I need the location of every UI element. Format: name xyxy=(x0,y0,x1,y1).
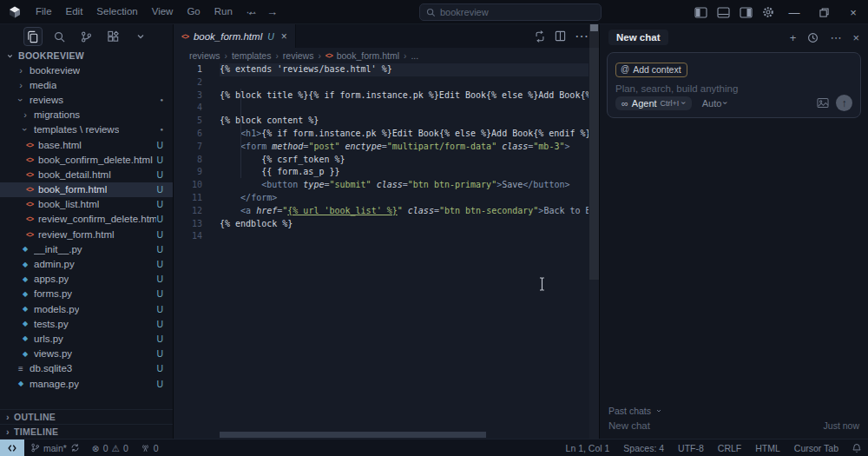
more-actions-icon[interactable]: ⋯ xyxy=(575,28,589,44)
code-line[interactable]: 9 {{ form.as_p }} xyxy=(174,166,599,179)
chat-more-icon[interactable]: ⋯ xyxy=(830,31,841,44)
code-line[interactable]: 2 xyxy=(174,76,599,89)
code-line[interactable]: 5{% block content %} xyxy=(174,115,599,128)
past-chat-item[interactable]: New chatJust now xyxy=(608,418,859,433)
file-tree-item-views-py[interactable]: views.pyU xyxy=(0,347,173,361)
breadcrumb-item[interactable]: book_form.html xyxy=(337,50,399,61)
file-tree-item-db-sqlite3[interactable]: db.sqlite3U xyxy=(0,361,173,376)
window-restore-button[interactable] xyxy=(809,0,838,24)
ports-status[interactable]: 0 xyxy=(135,439,165,456)
split-editor-icon[interactable] xyxy=(555,30,566,42)
file-tree-item-book-confirm-delete-html[interactable]: book_confirm_delete.htmlU xyxy=(0,152,173,167)
file-tree-item-reviews[interactable]: ›reviews● xyxy=(0,92,173,107)
toggle-primary-sidebar-icon[interactable] xyxy=(689,0,712,24)
file-tree-item-bookreview[interactable]: ›bookreview xyxy=(0,63,173,77)
attach-image-icon[interactable] xyxy=(817,97,829,109)
command-center-search[interactable]: bookreview xyxy=(419,3,602,21)
explorer-section-header[interactable]: BOOKREVIEW xyxy=(0,49,173,63)
menu-item-selection[interactable]: Selection xyxy=(89,6,144,18)
tab-book-form-html[interactable]: book_form.html U × xyxy=(174,24,296,48)
status-spaces-4[interactable]: Spaces: 4 xyxy=(616,443,671,453)
notifications-bell[interactable] xyxy=(845,439,868,456)
compare-changes-icon[interactable] xyxy=(534,30,546,43)
scrollbar-thumb[interactable] xyxy=(589,24,599,280)
code-line[interactable]: 4 xyxy=(174,102,599,115)
nav-back-button[interactable]: ← xyxy=(247,5,258,18)
search-sidebar-icon[interactable] xyxy=(50,27,69,46)
menu-item-view[interactable]: View xyxy=(145,6,181,18)
file-tree-item-book-detail-html[interactable]: book_detail.htmlU xyxy=(0,167,173,182)
code-line[interactable]: 13{% endblock %} xyxy=(174,218,599,231)
views-chevron-down-icon[interactable] xyxy=(131,27,150,46)
window-minimize-button[interactable]: — xyxy=(779,0,809,24)
add-context-chip[interactable]: @ Add context xyxy=(615,63,687,77)
window-close-button[interactable]: × xyxy=(838,0,868,24)
code-line[interactable]: 7 <form method="post" enctype="multipart… xyxy=(174,141,599,154)
new-chat-plus-icon[interactable]: + xyxy=(790,31,797,44)
tab-close-icon[interactable]: × xyxy=(281,30,287,43)
file-tree-item-review-confirm-delete-html[interactable]: review_confirm_delete.htmlU xyxy=(0,212,173,227)
file-tree-item-manage-py[interactable]: manage.pyU xyxy=(0,376,173,391)
breadcrumb-item[interactable]: reviews xyxy=(189,50,220,61)
chat-input-placeholder[interactable]: Plan, search, build anything xyxy=(615,83,852,94)
problems-status[interactable]: ⊗ 0 ⚠ 0 xyxy=(86,439,135,456)
breadcrumb-item[interactable]: reviews xyxy=(283,50,314,61)
breadcrumb[interactable]: reviews›templates›reviews›book_form.html… xyxy=(174,48,599,63)
model-selector[interactable]: Auto › xyxy=(702,98,727,109)
vertical-scrollbar[interactable] xyxy=(589,24,599,439)
extensions-icon[interactable] xyxy=(104,27,123,46)
file-tree-item-base-html[interactable]: base.htmlU xyxy=(0,137,173,152)
past-chats-header[interactable]: Past chats xyxy=(608,403,859,418)
git-branch-status[interactable]: main* xyxy=(24,439,86,456)
file-tree-item-urls-py[interactable]: urls.pyU xyxy=(0,331,173,346)
settings-gear-icon[interactable] xyxy=(757,0,779,24)
status-crlf[interactable]: CRLF xyxy=(711,443,748,453)
timeline-section[interactable]: › TIMELINE xyxy=(0,424,173,439)
menu-item-edit[interactable]: Edit xyxy=(59,6,90,18)
menu-item-go[interactable]: Go xyxy=(180,6,207,18)
breadcrumb-item[interactable]: templates xyxy=(232,50,272,61)
code-line[interactable]: 12 <a href="{% url 'book_list' %}" class… xyxy=(174,205,599,218)
agent-mode-selector[interactable]: ∞ Agent Ctrl+I › xyxy=(615,96,692,110)
menu-item-file[interactable]: File xyxy=(29,6,59,18)
file-tree-item-media[interactable]: ›media xyxy=(0,77,173,92)
outline-section[interactable]: › OUTLINE xyxy=(0,409,173,424)
file-tree-item-forms-py[interactable]: forms.pyU xyxy=(0,287,173,301)
chat-history-icon[interactable] xyxy=(807,32,819,43)
file-tree-item-apps-py[interactable]: apps.pyU xyxy=(0,272,173,287)
code-editor[interactable]: 1{% extends 'reviews/base.html' %}23{% b… xyxy=(174,63,599,439)
file-tree-item-migrations[interactable]: ›migrations xyxy=(0,108,173,122)
code-line[interactable]: 6 <h1>{% if form.instance.pk %}Edit Book… xyxy=(174,128,599,141)
explorer-files-icon[interactable] xyxy=(23,27,43,46)
toggle-panel-icon[interactable] xyxy=(712,0,734,24)
file-tree-item-models-py[interactable]: models.pyU xyxy=(0,301,173,316)
code-line[interactable]: 11 </form> xyxy=(174,192,599,205)
file-tree-item-templates-reviews[interactable]: ›templates \ reviews● xyxy=(0,122,173,137)
status-ln-1-col-1[interactable]: Ln 1, Col 1 xyxy=(559,443,617,453)
file-tree-item-admin-py[interactable]: admin.pyU xyxy=(0,256,173,271)
file-tree-item-book-form-html[interactable]: book_form.htmlU xyxy=(0,182,173,197)
file-tree-item-tests-py[interactable]: tests.pyU xyxy=(0,316,173,331)
remote-indicator[interactable] xyxy=(0,439,24,456)
code-line[interactable]: 3{% block title %}{% if form.instance.pk… xyxy=(174,89,599,102)
nav-forward-button[interactable]: → xyxy=(266,5,278,18)
status-utf-8[interactable]: UTF-8 xyxy=(671,443,711,453)
file-tree-item-book-list-html[interactable]: book_list.htmlU xyxy=(0,197,173,212)
breadcrumb-item[interactable]: ... xyxy=(411,50,418,61)
horizontal-scrollbar[interactable] xyxy=(220,432,486,438)
code-line[interactable]: 1{% extends 'reviews/base.html' %} xyxy=(174,63,599,76)
chat-close-icon[interactable]: × xyxy=(852,31,859,44)
source-control-icon[interactable] xyxy=(77,27,96,46)
chat-input-box[interactable]: @ Add context Plan, search, build anythi… xyxy=(607,52,861,118)
code-line[interactable]: 10 <button type="submit" class="btn btn-… xyxy=(174,179,599,192)
code-line[interactable]: 14 xyxy=(174,230,599,243)
menu-item-run[interactable]: Run xyxy=(207,6,240,18)
status-cursor-tab[interactable]: Cursor Tab xyxy=(787,443,845,453)
chat-tab-title[interactable]: New chat xyxy=(608,30,668,45)
send-button[interactable]: ↑ xyxy=(836,95,852,111)
code-line[interactable]: 8 {% csrf_token %} xyxy=(174,154,599,167)
toggle-secondary-sidebar-icon[interactable] xyxy=(734,0,757,24)
file-tree-item-review-form-html[interactable]: review_form.htmlU xyxy=(0,227,173,241)
status-html[interactable]: HTML xyxy=(748,443,787,453)
file-tree-item--init-py[interactable]: __init__.pyU xyxy=(0,241,173,256)
